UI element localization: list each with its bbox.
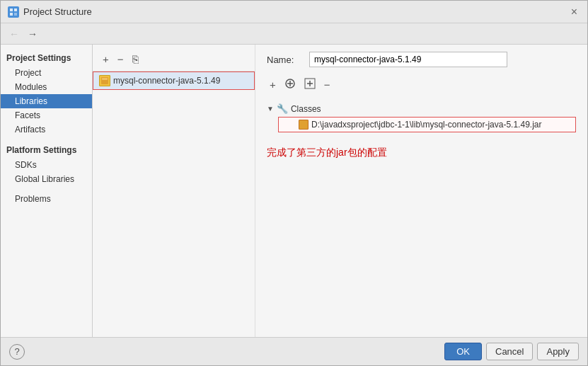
tree-header: ▼ 🔧 Classes <box>267 102 576 115</box>
detail-panel: Name: + <box>255 45 587 337</box>
svg-rect-1 <box>14 8 17 11</box>
action-buttons: OK Cancel Apply <box>444 343 579 360</box>
back-button[interactable]: ← <box>6 27 22 41</box>
project-structure-dialog: Project Structure × ← → Project Settings… <box>0 0 588 366</box>
annotation-text: 完成了第三方的jar包的配置 <box>267 139 576 159</box>
apply-button[interactable]: Apply <box>537 343 579 360</box>
classes-label: Classes <box>291 104 321 114</box>
ok-button[interactable]: OK <box>444 343 482 360</box>
name-row: Name: <box>267 52 576 67</box>
add-library-button[interactable]: + <box>100 53 112 65</box>
detail-toolbar: + − <box>267 74 576 95</box>
status-bar: ? OK Cancel Apply <box>1 337 587 365</box>
help-button[interactable]: ? <box>9 344 25 360</box>
sidebar-item-problems[interactable]: Problems <box>1 192 92 206</box>
forward-button[interactable]: → <box>25 27 40 41</box>
sidebar-item-project[interactable]: Project <box>1 66 92 80</box>
jar-icon <box>299 120 309 130</box>
sidebar-item-facets[interactable]: Facets <box>1 108 92 122</box>
svg-rect-5 <box>102 78 108 80</box>
project-settings-label: Project Settings <box>1 50 92 66</box>
tree-expand-arrow[interactable]: ▼ <box>267 105 274 113</box>
platform-settings-label: Platform Settings <box>1 142 92 158</box>
sidebar-divider-2 <box>1 186 92 192</box>
name-input[interactable] <box>309 52 507 67</box>
main-content: Project Settings Project Modules Librari… <box>1 45 587 337</box>
close-button[interactable]: × <box>568 6 580 18</box>
copy-library-button[interactable]: ⎘ <box>129 53 142 65</box>
nav-bar: ← → <box>1 23 587 45</box>
svg-rect-0 <box>10 8 13 11</box>
library-list-panel: + − ⎘ mysql-connector-java-5.1.49 <box>93 45 255 337</box>
sidebar-item-libraries[interactable]: Libraries <box>1 94 92 108</box>
classes-tree: ▼ 🔧 Classes D:\javadxsproject\jdbc-1-1\l… <box>267 102 576 132</box>
sidebar-divider <box>1 137 92 142</box>
svg-rect-2 <box>10 13 13 16</box>
sidebar: Project Settings Project Modules Librari… <box>1 45 93 337</box>
detail-remove-button[interactable]: − <box>321 78 333 91</box>
library-icon <box>99 75 110 86</box>
sidebar-item-global-libraries[interactable]: Global Libraries <box>1 172 92 186</box>
library-name: mysql-connector-java-5.1.49 <box>113 76 220 86</box>
window-icon <box>8 6 19 18</box>
jar-path-item[interactable]: D:\javadxsproject\jdbc-1-1\lib\mysql-con… <box>278 117 576 132</box>
window-title: Project Structure <box>23 6 92 17</box>
remove-library-button[interactable]: − <box>115 53 127 65</box>
sidebar-item-artifacts[interactable]: Artifacts <box>1 122 92 137</box>
library-item-mysql[interactable]: mysql-connector-java-5.1.49 <box>93 72 255 90</box>
title-bar-left: Project Structure <box>8 6 92 18</box>
library-list-toolbar: + − ⎘ <box>93 47 255 72</box>
detail-add-button[interactable]: + <box>267 78 279 91</box>
sidebar-item-sdks[interactable]: SDKs <box>1 158 92 172</box>
classes-icon: 🔧 <box>277 103 288 114</box>
detail-add-more-button[interactable] <box>301 77 318 92</box>
cancel-button[interactable]: Cancel <box>486 343 533 360</box>
detail-add-root-button[interactable] <box>282 77 299 92</box>
jar-path-text: D:\javadxsproject\jdbc-1-1\lib\mysql-con… <box>311 120 541 130</box>
name-label: Name: <box>267 55 302 65</box>
sidebar-item-modules[interactable]: Modules <box>1 80 92 94</box>
svg-rect-3 <box>14 13 17 16</box>
title-bar: Project Structure × <box>1 1 587 23</box>
